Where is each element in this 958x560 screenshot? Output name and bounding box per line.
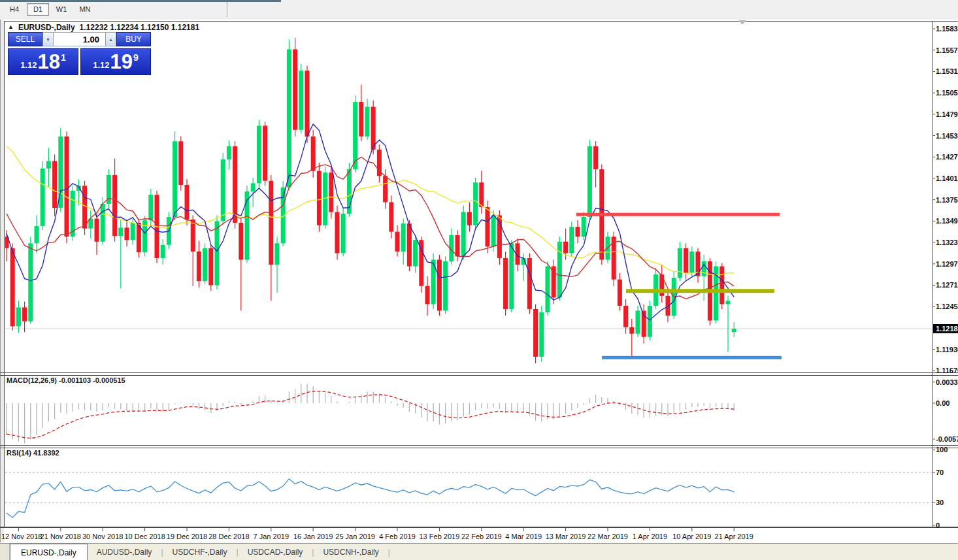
- candle-body: [623, 306, 628, 327]
- collapse-arrow-icon[interactable]: ▲: [8, 24, 14, 30]
- one-click-trade-panel: SELL ▼ ▲ BUY 1.12 18 1 1.12 19 9: [8, 32, 151, 75]
- candle-body: [467, 212, 472, 225]
- candle-body: [732, 329, 736, 332]
- candle-body: [35, 226, 39, 243]
- candle-body: [629, 327, 634, 334]
- titlebar-edge: [0, 0, 281, 2]
- symbol-tab-eurusd-daily[interactable]: EURUSD-,Daily: [10, 544, 88, 560]
- sell-price-prefix: 1.12: [20, 60, 37, 70]
- candle-body: [389, 202, 393, 231]
- sell-price-pip: 1: [61, 52, 66, 63]
- volume-up-button[interactable]: ▲: [105, 32, 116, 46]
- price-axis-label: 1.15570: [936, 46, 958, 54]
- candle-body: [533, 309, 538, 357]
- candle-body: [365, 107, 370, 137]
- candle-body: [95, 219, 99, 242]
- volume-input[interactable]: [54, 32, 105, 46]
- candle-body: [227, 146, 231, 159]
- trading-terminal-window: { "toolbar": { "timeframes": ["H4", "D1"…: [0, 0, 958, 560]
- buy-price-quote[interactable]: 1.12 19 9: [80, 48, 151, 75]
- symbol-tab-usdchf-daily[interactable]: USDCHF-,Daily: [163, 544, 237, 560]
- candle-body: [383, 176, 388, 202]
- rsi-pane-label: RSI(14) 41.8392: [7, 449, 59, 457]
- candle-body: [178, 141, 183, 185]
- buy-button[interactable]: BUY: [116, 32, 151, 46]
- symbol-tab-usdcad-daily[interactable]: USDCAD-,Daily: [239, 544, 312, 560]
- date-axis-label: 4 Feb 2019: [379, 533, 416, 540]
- price-axis-label: 1.13750: [936, 196, 958, 204]
- sell-button[interactable]: SELL: [8, 32, 42, 46]
- symbol-tab-audusd-daily[interactable]: AUDUSD-,Daily: [88, 544, 161, 560]
- timeframe-tab-h4[interactable]: H4: [3, 3, 25, 16]
- candle-body: [161, 245, 165, 258]
- date-axis-label: 22 Mar 2019: [587, 533, 628, 540]
- candle-body: [576, 227, 580, 237]
- candle-body: [509, 243, 514, 309]
- candle-body: [371, 107, 376, 150]
- macd-axis-label: -0.00574: [936, 435, 958, 443]
- timeframe-tabs: H4 D1 W1 MN: [3, 3, 96, 16]
- price-axis-label: 1.14790: [936, 110, 958, 118]
- candle-body: [648, 306, 652, 337]
- scroll-end-marker-icon[interactable]: [738, 20, 746, 25]
- chart-ohlc-values: 1.12232 1.12234 1.12150 1.12181: [80, 23, 200, 32]
- date-axis-label: 19 Dec 2018: [167, 533, 207, 540]
- rsi-axis-label: 0: [936, 521, 940, 529]
- candle-body: [719, 267, 724, 305]
- candle-body: [395, 232, 400, 252]
- volume-down-button[interactable]: ▼: [42, 32, 54, 46]
- price-axis-label: 1.14010: [936, 174, 958, 182]
- candle-body: [341, 214, 346, 253]
- candle-body: [28, 243, 33, 321]
- price-axis-label: 1.12970: [936, 260, 958, 268]
- macd-values: -0.001103 -0.000515: [59, 376, 125, 384]
- tab-bar-left-edge: [0, 544, 10, 560]
- symbol-tab-usdcnh-daily[interactable]: USDCNH-,Daily: [314, 544, 388, 560]
- price-axis-label: 1.15830: [936, 25, 958, 33]
- candle-body: [317, 171, 322, 225]
- candle-body: [118, 227, 123, 236]
- buy-price-pip: 9: [133, 52, 139, 63]
- candle-body: [503, 258, 508, 309]
- candle-body: [353, 102, 357, 169]
- macd-pane-label: MACD(12,26,9) -0.001103 -0.000515: [7, 376, 125, 384]
- candle-body: [335, 212, 340, 254]
- candle-body: [401, 223, 406, 252]
- candle-body: [557, 242, 562, 298]
- candle-body: [299, 71, 303, 130]
- timeframe-tab-w1[interactable]: W1: [50, 3, 73, 16]
- date-axis-label: 1 Apr 2019: [633, 533, 667, 540]
- date-axis-label: 10 Dec 2018: [124, 533, 165, 540]
- candle-body: [479, 182, 484, 207]
- sell-price-quote[interactable]: 1.12 18 1: [8, 48, 78, 75]
- candle-body: [678, 248, 682, 278]
- price-axis-label: 1.11670: [936, 367, 958, 374]
- candle-body: [311, 137, 316, 171]
- candle-body: [257, 125, 261, 183]
- price-axis-label: 1.13230: [936, 239, 958, 246]
- date-axis-label: 28 Dec 2018: [208, 533, 249, 540]
- timeframe-tab-mn[interactable]: MN: [74, 3, 96, 16]
- candle-body: [263, 125, 267, 180]
- candle-body: [587, 146, 592, 217]
- price-axis-label: 1.11930: [936, 346, 958, 354]
- candle-body: [22, 307, 27, 321]
- chart-canvas[interactable]: 1.158301.155701.153101.150501.147901.145…: [0, 20, 958, 542]
- macd-name: MACD(12,26,9): [7, 376, 57, 384]
- candle-body: [203, 248, 207, 281]
- candle-body: [208, 248, 213, 286]
- date-axis-label: 12 Nov 2018: [1, 533, 42, 540]
- candle-body: [491, 216, 496, 247]
- candle-body: [684, 248, 688, 273]
- candle-body: [65, 137, 69, 237]
- candle-body: [269, 181, 273, 265]
- date-axis-label: 16 Jan 2019: [293, 533, 333, 540]
- rsi-axis-label: 30: [936, 499, 944, 506]
- date-axis-label: 4 Mar 2019: [505, 533, 542, 540]
- candle-body: [215, 221, 220, 285]
- sell-price-main: 18: [38, 52, 60, 72]
- candle-body: [148, 195, 153, 220]
- candle-body: [473, 182, 478, 225]
- timeframe-tab-d1[interactable]: D1: [27, 3, 49, 16]
- candle-body: [251, 183, 256, 191]
